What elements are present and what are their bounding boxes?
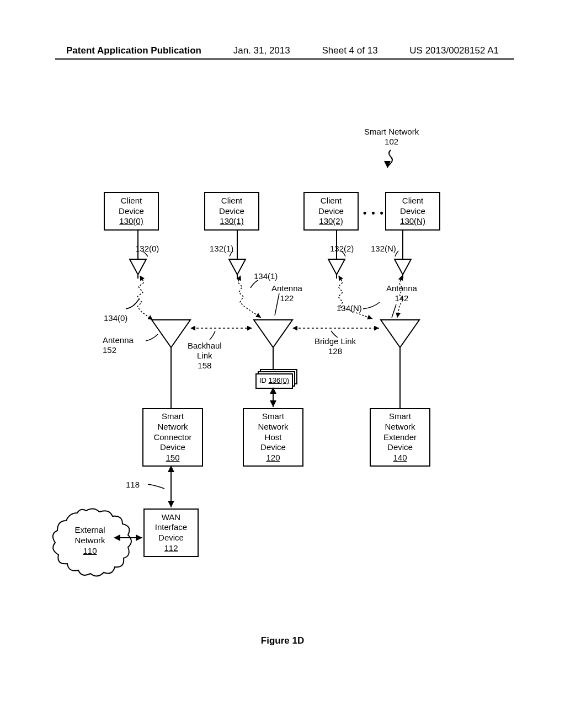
client-antenna-2-label: 132(2) — [330, 244, 354, 254]
header-date: Jan. 31, 2013 — [233, 45, 290, 56]
figure-label: Figure 1D — [0, 635, 565, 646]
wan-interface-device: WAN Interface Device 112 — [143, 508, 199, 557]
external-network: External Network 110 — [65, 525, 115, 556]
svg-marker-14 — [254, 320, 292, 347]
antenna-122-label: Antenna 122 — [271, 283, 302, 303]
svg-marker-4 — [229, 259, 246, 275]
svg-marker-10 — [395, 259, 411, 275]
client-antenna-n-label: 132(N) — [371, 244, 396, 254]
backhaul-link-label: Backhaul Link 158 — [188, 341, 222, 371]
bridge-link-label: Bridge Link 128 — [315, 336, 356, 356]
id-box: ID 136(0) — [259, 376, 289, 385]
antenna-142-label: Antenna 142 — [386, 283, 417, 303]
host-device: Smart Network Host Device 120 — [243, 408, 303, 467]
client-device-0: Client Device 130(0) — [104, 192, 159, 231]
client-antenna-0-label: 132(0) — [135, 244, 159, 254]
header-docnum: US 2013/0028152 A1 — [409, 45, 499, 56]
figure-diagram: Smart Network 102 — [55, 127, 508, 623]
svg-marker-16 — [381, 320, 419, 347]
svg-marker-7 — [328, 259, 345, 275]
link-134-0-label: 134(0) — [104, 313, 127, 323]
client-antenna-1-label: 132(1) — [210, 244, 233, 254]
connector-device: Smart Network Connector Device 150 — [142, 408, 203, 467]
antenna-152-label: Antenna 152 — [103, 335, 134, 355]
header-sheet: Sheet 4 of 13 — [322, 45, 377, 56]
link-134-1-label: 134(1) — [254, 271, 278, 281]
client-device-2: Client Device 130(2) — [303, 192, 359, 231]
client-device-1: Client Device 130(1) — [204, 192, 259, 231]
link-134-n-label: 134(N) — [337, 303, 362, 313]
extender-device: Smart Network Extender Device 140 — [370, 408, 430, 467]
client-device-n: Client Device 130(N) — [385, 192, 440, 231]
header-publication: Patent Application Publication — [66, 45, 201, 56]
svg-marker-12 — [152, 320, 190, 347]
link-118-label: 118 — [126, 480, 140, 490]
ellipsis: • • • — [363, 207, 385, 220]
svg-marker-1 — [130, 259, 146, 275]
header-rule — [55, 58, 514, 60]
